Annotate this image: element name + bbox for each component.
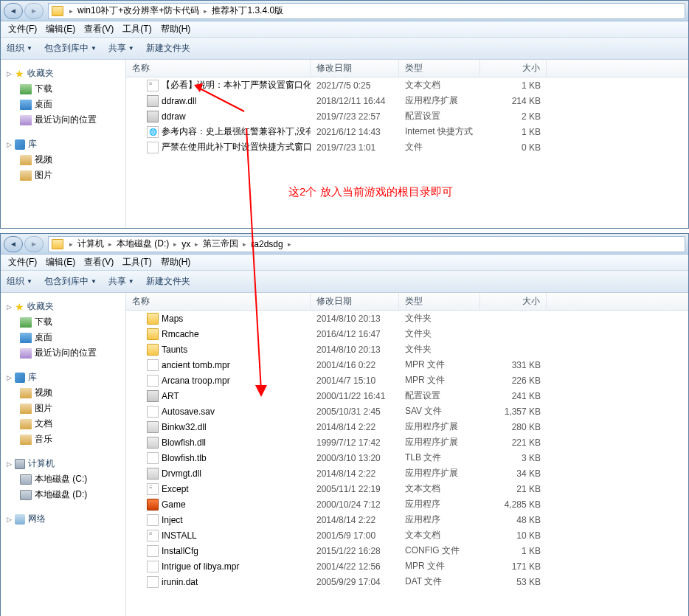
sidebar-item[interactable]: 最近访问的位置 <box>1 345 125 361</box>
file-row[interactable]: Inject 2014/8/14 2:22 应用程序 48 KB <box>126 512 688 527</box>
share-button[interactable]: 共享▼ <box>108 275 134 288</box>
file-row[interactable]: Blowfish.tlb 2000/3/10 13:20 TLB 文件 3 KB <box>126 450 688 466</box>
breadcrumb-item[interactable]: win10补丁+改分辨率+防卡代码 <box>76 4 201 17</box>
menu-edit[interactable]: 编辑(E) <box>41 255 80 270</box>
file-row[interactable]: Game 2000/10/24 7:12 应用程序 4,285 KB <box>126 496 688 512</box>
sidebar-favorites[interactable]: ▷★收藏夹 <box>1 66 125 81</box>
breadcrumb[interactable]: ▸ win10补丁+改分辨率+防卡代码 ▸ 推荐补丁1.3.4.0版 <box>48 3 685 19</box>
sidebar-item[interactable]: 图片 <box>1 167 125 183</box>
nav-forward-button[interactable]: ► <box>24 236 44 252</box>
column-date[interactable]: 修改日期 <box>311 60 399 77</box>
column-name[interactable]: 名称 <box>126 293 311 310</box>
sidebar-item[interactable]: 最近访问的位置 <box>1 112 125 128</box>
file-row[interactable]: InstallCfg 2015/1/22 16:28 CONFIG 文件 1 K… <box>126 543 688 558</box>
breadcrumb-item[interactable]: 推荐补丁1.3.4.0版 <box>210 4 285 17</box>
file-name: Game <box>162 499 186 510</box>
column-name[interactable]: 名称 <box>126 60 311 77</box>
file-row[interactable]: Maps 2014/8/10 20:13 文件夹 <box>126 311 688 326</box>
nav-forward-button[interactable]: ► <box>24 3 44 19</box>
menu-help[interactable]: 帮助(H) <box>156 21 195 37</box>
file-row[interactable]: Blowfish.dll 1999/7/12 17:42 应用程序扩展 221 … <box>126 435 688 450</box>
column-type[interactable]: 类型 <box>399 60 480 77</box>
menu-view[interactable]: 查看(V) <box>80 255 118 270</box>
menu-help[interactable]: 帮助(H) <box>156 255 195 270</box>
file-date: 2000/10/24 7:12 <box>311 499 399 510</box>
share-button[interactable]: 共享▼ <box>108 42 134 55</box>
menu-tools[interactable]: 工具(T) <box>118 21 156 37</box>
organize-button[interactable]: 组织▼ <box>7 275 32 288</box>
file-row[interactable]: irunin.dat 2005/9/29 17:04 DAT 文件 53 KB <box>126 574 688 589</box>
file-type: 应用程序 <box>399 513 480 526</box>
nav-back-button[interactable]: ◄ <box>4 236 23 252</box>
sidebar-item[interactable]: 本地磁盘 (C:) <box>1 471 125 487</box>
file-row[interactable]: 【必看】说明：本补丁严禁设置窗口化 2021/7/5 0:25 文本文档 1 K… <box>126 77 688 93</box>
file-row[interactable]: Intrigue of libya.mpr 2001/4/22 12:56 MP… <box>126 558 688 574</box>
sidebar-favorites[interactable]: ▷★收藏夹 <box>1 299 125 314</box>
menu-view[interactable]: 查看(V) <box>80 21 118 37</box>
file-row[interactable]: ddraw.dll 2018/12/11 16:44 应用程序扩展 214 KB <box>126 93 688 108</box>
breadcrumb[interactable]: ▸ 计算机 ▸ 本地磁盘 (D:) ▸ yx ▸ 第三帝国 ▸ ra2dsdg … <box>48 236 685 252</box>
file-icon <box>147 390 159 402</box>
file-row[interactable]: Arcana troop.mpr 2001/4/7 15:10 MPR 文件 2… <box>126 373 688 388</box>
file-row[interactable]: Taunts 2014/8/10 20:13 文件夹 <box>126 342 688 357</box>
explorer-window-1: ◄ ► ▸ win10补丁+改分辨率+防卡代码 ▸ 推荐补丁1.3.4.0版 文… <box>0 0 689 229</box>
sidebar-libraries[interactable]: ▷库 <box>1 136 125 152</box>
sidebar-item[interactable]: 本地磁盘 (D:) <box>1 487 125 502</box>
sidebar-item[interactable]: 音乐 <box>1 432 125 447</box>
menu-file[interactable]: 文件(F) <box>4 21 41 37</box>
file-row[interactable]: ddraw 2019/7/23 22:57 配置设置 2 KB <box>126 108 688 124</box>
file-icon <box>147 328 159 340</box>
breadcrumb-item[interactable]: 第三帝国 <box>201 238 240 250</box>
file-row[interactable]: ART 2000/11/22 16:41 配置设置 241 KB <box>126 388 688 404</box>
file-row[interactable]: 参考内容：史上最强红警兼容补丁,没有... 2021/6/12 14:43 In… <box>126 124 688 139</box>
file-row[interactable]: Rmcache 2016/4/12 16:47 文件夹 <box>126 326 688 342</box>
folder-icon <box>52 239 63 249</box>
annotation-text: 这2个 放入当前游戏的根目录即可 <box>288 185 453 199</box>
breadcrumb-item[interactable]: 计算机 <box>76 238 105 250</box>
sidebar-item[interactable]: 下载 <box>1 314 125 330</box>
file-name: Drvmgt.dll <box>162 468 201 479</box>
sidebar-item[interactable]: 视频 <box>1 385 125 401</box>
breadcrumb-item[interactable]: yx <box>180 239 192 249</box>
sidebar-item[interactable]: 下载 <box>1 81 125 97</box>
sidebar-libraries[interactable]: ▷库 <box>1 370 125 385</box>
sidebar-item[interactable]: 桌面 <box>1 330 125 345</box>
file-row[interactable]: Except 2005/11/1 22:19 文本文档 21 KB <box>126 481 688 496</box>
sidebar-item[interactable]: 图片 <box>1 401 125 416</box>
file-date: 2001/4/22 12:56 <box>311 561 399 572</box>
file-row[interactable]: ancient tomb.mpr 2001/4/16 0:22 MPR 文件 3… <box>126 357 688 373</box>
nav-back-button[interactable]: ◄ <box>4 3 23 19</box>
organize-button[interactable]: 组织▼ <box>7 42 32 55</box>
column-size[interactable]: 大小 <box>480 293 547 310</box>
file-row[interactable]: 严禁在使用此补丁时设置快捷方式窗口化... 2019/7/23 1:01 文件 … <box>126 139 688 155</box>
sidebar-network[interactable]: ▷网络 <box>1 511 125 527</box>
column-size[interactable]: 大小 <box>480 60 547 77</box>
sidebar-item[interactable]: 文档 <box>1 416 125 432</box>
sidebar-computer[interactable]: ▷计算机 <box>1 456 125 471</box>
file-row[interactable]: Binkw32.dll 2014/8/14 2:22 应用程序扩展 280 KB <box>126 419 688 435</box>
sidebar-item-label: 视频 <box>35 153 52 166</box>
include-library-button[interactable]: 包含到库中▼ <box>44 42 97 55</box>
menu-tools[interactable]: 工具(T) <box>118 255 156 270</box>
column-type[interactable]: 类型 <box>399 293 480 310</box>
sidebar: ▷★收藏夹 下载桌面最近访问的位置 ▷库 视频图片文档音乐 ▷计算机 本地磁盘 … <box>1 293 126 616</box>
column-date[interactable]: 修改日期 <box>311 293 399 310</box>
menu-file[interactable]: 文件(F) <box>4 255 41 270</box>
breadcrumb-item[interactable]: 本地磁盘 (D:) <box>115 238 170 250</box>
sidebar-item[interactable]: 视频 <box>1 152 125 167</box>
new-folder-button[interactable]: 新建文件夹 <box>146 42 190 55</box>
breadcrumb-item[interactable]: ra2dsdg <box>249 239 284 249</box>
file-icon <box>147 561 159 572</box>
menu-edit[interactable]: 编辑(E) <box>41 21 80 37</box>
sidebar-item[interactable]: 桌面 <box>1 97 125 112</box>
file-name: Binkw32.dll <box>162 422 207 432</box>
new-folder-button[interactable]: 新建文件夹 <box>146 275 190 288</box>
file-icon <box>147 406 159 418</box>
file-row[interactable]: INSTALL 2001/5/9 17:00 文本文档 10 KB <box>126 527 688 543</box>
sidebar-item-icon <box>20 317 32 328</box>
file-row[interactable]: Autosave.sav 2005/10/31 2:45 SAV 文件 1,35… <box>126 404 688 419</box>
include-library-button[interactable]: 包含到库中▼ <box>44 275 97 288</box>
sidebar-item-label: 图片 <box>35 402 52 415</box>
file-icon <box>147 359 159 371</box>
file-row[interactable]: Drvmgt.dll 2014/8/14 2:22 应用程序扩展 34 KB <box>126 466 688 481</box>
